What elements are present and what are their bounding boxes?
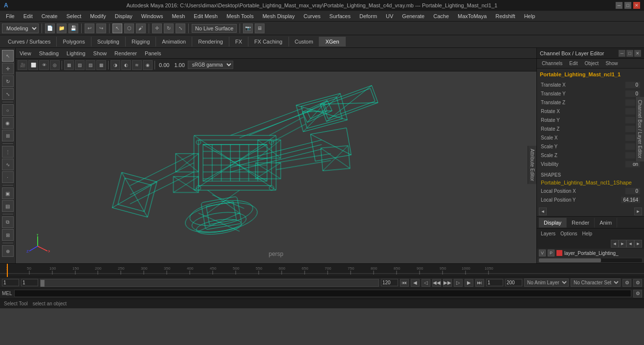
tab-custom[interactable]: Custom <box>289 37 320 46</box>
menu-modify[interactable]: Modify <box>86 12 110 20</box>
next-key-btn[interactable]: ▷ <box>454 279 463 287</box>
scale-tool-icon[interactable]: ⤡ <box>2 88 14 100</box>
rotate-tool-icon[interactable]: ↻ <box>2 75 14 87</box>
menu-edit-mesh[interactable]: Edit Mesh <box>190 12 222 20</box>
dt-tab-anim[interactable]: Anim <box>595 218 617 228</box>
tab-polygons[interactable]: Polygons <box>57 37 91 46</box>
cb-tab-channels[interactable]: Channels <box>539 60 565 67</box>
open-scene-icon[interactable]: 📁 <box>57 23 67 33</box>
rotate-icon[interactable]: ↻ <box>164 23 174 33</box>
layers-scrollbar[interactable] <box>539 258 642 262</box>
vt-isolate-icon[interactable]: ◎ <box>50 60 60 70</box>
menu-create[interactable]: Create <box>38 12 62 20</box>
cb-attr-local-pos-x[interactable]: Local Position X 0 <box>539 186 642 195</box>
step-back-btn[interactable]: ◀ <box>411 279 420 287</box>
step-fwd-btn[interactable]: ▶ <box>465 279 473 287</box>
anim-layer-settings-btn[interactable]: ⚙ <box>622 279 631 287</box>
frame-slider-thumb[interactable] <box>41 280 44 287</box>
layer-scroll-right-icon[interactable]: ► <box>634 240 642 248</box>
scroll-left-icon[interactable]: ◄ <box>539 207 547 215</box>
menu-redshift[interactable]: Redshift <box>491 12 519 20</box>
cb-shape-name[interactable]: Portable_Lighting_Mast_ncl1_1Shape <box>539 179 642 186</box>
lb-menu-options[interactable]: Options <box>558 231 579 236</box>
vt-shadow-icon[interactable]: ◑ <box>111 60 120 70</box>
layer-visibility-btn[interactable]: V <box>539 250 546 256</box>
menu-file[interactable]: File <box>2 12 19 20</box>
vp-menu-renderer[interactable]: Renderer <box>112 50 139 56</box>
layer-scroll-down-icon[interactable]: ► <box>619 240 626 248</box>
mel-input[interactable] <box>14 290 631 297</box>
cb-tab-show[interactable]: Show <box>602 60 621 67</box>
cb-attr-translate-y[interactable]: Translate Y 0 <box>539 89 642 98</box>
vt-motionblur-icon[interactable]: ≋ <box>132 60 142 70</box>
snap-point-icon[interactable]: · <box>2 171 14 183</box>
current-frame-input[interactable] <box>21 279 38 286</box>
lasso-icon[interactable]: ⬡ <box>124 23 134 33</box>
prev-key-btn[interactable]: ◁ <box>422 279 430 287</box>
tab-rigging[interactable]: Rigging <box>126 37 156 46</box>
cb-attr-scale-x[interactable]: Scale X 1 <box>539 133 642 142</box>
tab-fx[interactable]: FX <box>229 37 248 46</box>
maximize-button[interactable]: □ <box>624 2 631 9</box>
cb-object-name[interactable]: Portable_Lighting_Mast_ncl1_1 <box>539 70 642 78</box>
cb-attr-local-pos-y[interactable]: Local Position Y 64.164 <box>539 195 642 204</box>
menu-cache[interactable]: Cache <box>429 12 453 20</box>
vt-film-icon[interactable]: ⬜ <box>28 60 38 70</box>
show-manip-icon[interactable]: ⊞ <box>2 130 14 141</box>
mode-selector[interactable]: Modeling <box>2 23 39 33</box>
cb-minimize-btn[interactable]: ─ <box>619 50 625 57</box>
snap-grid-icon[interactable]: ⋮ <box>2 146 14 158</box>
render-region-icon[interactable]: 🖥 <box>255 23 265 33</box>
menu-mesh-display[interactable]: Mesh Display <box>259 12 299 20</box>
cb-close-btn[interactable]: ✕ <box>634 50 641 57</box>
channel-box-side-tab[interactable]: Channel Box / Layer Editor <box>635 97 644 161</box>
vt-dof-icon[interactable]: ◉ <box>143 60 153 70</box>
vp-menu-view[interactable]: View <box>18 50 33 56</box>
move-tool-icon[interactable]: ✛ <box>2 63 14 74</box>
vt-gamma-select[interactable]: sRGB gamma <box>188 61 233 69</box>
tab-xgen[interactable]: XGen <box>319 37 345 46</box>
cb-tab-edit[interactable]: Edit <box>566 60 580 67</box>
soft-mod-icon[interactable]: ○ <box>2 104 14 116</box>
go-to-end-btn[interactable]: ⏭ <box>475 279 484 287</box>
layer-name-label[interactable]: layer_Portable_Lighting_ <box>564 251 619 256</box>
cb-attr-rotate-x[interactable]: Rotate X 0 <box>539 107 642 115</box>
timeline-ruler[interactable]: 1 50 100 150 200 250 300 350 400 450 500… <box>0 263 644 277</box>
ipr-icon[interactable]: ▤ <box>2 200 14 212</box>
undo-icon[interactable]: ↩ <box>85 23 94 33</box>
anim-end-input[interactable] <box>505 279 522 286</box>
new-scene-icon[interactable]: 📄 <box>45 23 55 33</box>
tab-fx-caching[interactable]: FX Caching <box>248 37 289 46</box>
menu-curves[interactable]: Curves <box>300 12 325 20</box>
menu-generate[interactable]: Generate <box>398 12 428 20</box>
menu-maxtomaya[interactable]: MaxToMaya <box>454 12 490 20</box>
show-ui-icon[interactable]: ⧉ <box>2 216 14 228</box>
viewport-3d[interactable]: X Y Z persp <box>16 71 536 263</box>
tab-animation[interactable]: Animation <box>156 37 192 46</box>
current-frame-start-input[interactable] <box>2 279 19 286</box>
paint-icon[interactable]: 🖌 <box>136 23 146 33</box>
go-to-start-btn[interactable]: ⏮ <box>400 279 409 287</box>
vt-smooth-icon[interactable]: ▧ <box>75 60 85 70</box>
attribute-editor-tab[interactable]: Attribute Editor <box>528 146 536 184</box>
anim-layer-select[interactable]: No Anim Layer <box>524 278 569 287</box>
scroll-right-icon[interactable]: ► <box>634 207 642 215</box>
lb-menu-help[interactable]: Help <box>580 231 594 236</box>
axis-orient-icon[interactable]: ⊕ <box>2 245 14 257</box>
char-set-select[interactable]: No Character Set <box>571 278 621 287</box>
move-icon[interactable]: ✛ <box>152 23 162 33</box>
menu-mesh[interactable]: Mesh <box>168 12 189 20</box>
menu-mesh-tools[interactable]: Mesh Tools <box>222 12 257 20</box>
select-tool-icon[interactable]: ↖ <box>2 50 14 62</box>
snap-curve-icon[interactable]: ∿ <box>2 159 14 170</box>
close-button[interactable]: ✕ <box>633 2 640 9</box>
no-live-surface-btn[interactable]: No Live Surface <box>192 24 237 33</box>
layer-scroll-up-icon[interactable]: ◄ <box>611 240 619 248</box>
mel-settings-btn[interactable]: ⚙ <box>633 290 642 298</box>
sculpt-icon[interactable]: ◉ <box>2 117 14 129</box>
cb-attr-translate-x[interactable]: Translate X 0 <box>539 80 642 89</box>
save-scene-icon[interactable]: 💾 <box>68 23 78 33</box>
vt-view-icon[interactable]: 👁 <box>39 60 49 70</box>
grid-icon[interactable]: ⊞ <box>2 229 14 241</box>
cb-attr-scale-y[interactable]: Scale Y 1 <box>539 142 642 151</box>
